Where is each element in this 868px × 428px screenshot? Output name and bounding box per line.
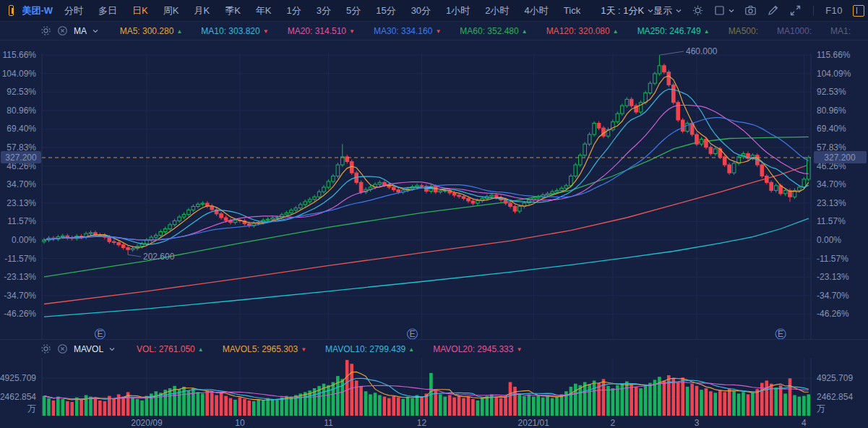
down-arrow-icon: ▼ [301,346,306,353]
volume-axis-label: 2462.854 [817,392,853,402]
timeframe-tab[interactable]: 15分 [376,4,395,17]
timeframe-tab[interactable]: 5分 [346,4,361,17]
volume-axis-label: 4925.709 [0,373,36,383]
y-axis-label: 34.70% [817,179,846,189]
stock-name[interactable]: 美团-W [22,4,53,17]
up-arrow-icon: ▲ [408,346,414,353]
up-arrow-icon: ▲ [198,346,204,353]
y-axis-label: 80.96% [7,106,36,116]
svg-text:E: E [778,329,783,339]
timeframe-tab[interactable]: 2小时 [485,4,509,17]
y-axis-label: 115.66% [817,50,851,60]
up-arrow-icon: ▲ [613,28,619,35]
indicator-close-icon[interactable] [57,25,68,36]
y-axis-label: 104.09% [2,69,37,79]
x-axis-date-label: 10 [235,418,245,428]
y-axis-label: 92.53% [817,87,846,97]
indicator-value-ma250[interactable]: MA250: 246.749▲ [637,26,710,36]
x-axis-date-label: 3 [695,418,700,428]
timeframe-tab[interactable]: 分时 [64,4,83,17]
indicator-value-ma1000[interactable]: MA1000: [777,26,812,36]
timeframe-tab[interactable]: 日K [132,4,148,17]
price-annotation: 460.000 [686,46,718,56]
price-annotation: 202.600 [143,252,175,262]
indicator-value-ma1[interactable]: MA1: [830,26,851,36]
y-axis-label: 0.00% [817,235,841,245]
chevron-down-icon [93,28,98,34]
timeframe-tab[interactable]: 1分 [286,4,301,17]
timeframe-tab[interactable]: 3分 [317,4,331,17]
fullscreen-icon[interactable] [789,4,802,17]
x-axis-date-label: 11 [324,418,333,428]
volume-axis-label: 2462.854 [0,392,36,402]
indicator-value-ma60[interactable]: MA60: 352.480▲ [460,26,527,36]
chart-style-selector[interactable] [714,5,734,16]
f10-button[interactable]: F10 [825,5,843,16]
indicator-value-ma10[interactable]: MA10: 303.820▼ [201,26,268,36]
y-axis-label: 34.70% [7,179,36,189]
y-axis-label: -11.57% [817,254,848,264]
y-axis-label: -34.70% [817,291,849,301]
indicator-value-mavol20[interactable]: MAVOL20: 2945.333▼ [433,344,522,354]
down-arrow-icon: ▼ [349,28,355,35]
camera-screenshot-icon[interactable] [744,4,757,17]
y-axis-label: 69.40% [7,124,36,134]
price-chart[interactable]: 115.66%115.66%104.09%104.09%92.53%92.53%… [0,40,868,428]
indicator-value-vol[interactable]: VOL: 2761.050▲ [137,344,204,354]
indicator-name[interactable]: MA [74,26,98,36]
y-axis-label: 69.40% [817,124,846,134]
y-axis-label: 104.09% [817,69,851,79]
volume-axis-unit: 万 [27,403,36,414]
indicator-value-mavol10[interactable]: MAVOL10: 2799.439▲ [325,344,414,354]
indicator-value-ma20[interactable]: MA20: 314.510▼ [288,26,355,36]
indicator-close-icon[interactable] [57,343,68,354]
chevron-down-icon [729,8,734,14]
timeframe-tab[interactable]: 30分 [411,4,431,17]
y-axis-label: 80.96% [817,106,846,116]
indicator-value-mavol5[interactable]: MAVOL5: 2965.303▼ [223,344,306,354]
indicator-value-ma120[interactable]: MA120: 320.080▲ [546,26,619,36]
indicator-settings-gear-icon[interactable] [40,25,51,36]
ma-line-ma10 [44,89,809,244]
toolbar-divider [813,6,814,16]
indicator-value-ma5[interactable]: MA5: 300.280▲ [120,26,183,36]
x-axis-date-label: 2020/09 [131,418,163,428]
indicator-value-ma30[interactable]: MA30: 334.160▼ [374,26,441,36]
indicator-value-ma500[interactable]: MA500: [729,26,758,36]
timeframe-tab[interactable]: 4小时 [525,4,549,17]
timeframe-tab[interactable]: 月K [194,4,210,17]
y-axis-label: 11.57% [7,216,36,226]
display-menu-button[interactable]: 显示 [653,4,682,17]
chevron-down-icon [648,8,653,14]
indicator-name[interactable]: MAVOL [74,344,115,354]
timeframe-tab[interactable]: 多日 [98,4,117,17]
panel-toggle-icon[interactable] [9,5,14,16]
timeframe-tab[interactable]: 季K [225,4,241,17]
up-arrow-icon: ▲ [704,28,710,35]
sidebar-toggle-icon[interactable] [853,5,864,17]
y-axis-label: -46.26% [817,309,849,319]
pencil-draw-icon[interactable] [767,4,779,17]
chevron-down-icon [109,346,115,352]
y-axis-label: -23.13% [4,272,36,282]
svg-text:E: E [409,329,415,339]
multi-period-label: 1天 : 1分K [601,4,644,17]
down-arrow-icon: ▼ [263,28,269,35]
down-arrow-icon: ▼ [435,28,441,35]
timeframe-tab[interactable]: Tick [564,5,580,16]
timeframe-tab[interactable]: 周K [163,4,179,17]
y-axis-label: -23.13% [817,272,849,282]
svg-text:E: E [97,329,103,339]
volume-axis-unit: 万 [817,403,825,414]
chevron-down-icon [676,8,682,14]
timeframe-tab[interactable]: 年K [256,4,272,17]
current-price-tag: 327.200 [5,153,37,163]
settings-gear-icon[interactable] [692,4,704,17]
y-axis-label: 57.83% [7,142,36,153]
multi-period-selector[interactable]: 1天 : 1分K [601,4,653,17]
trading-app-window: 美团-W 分时多日日K周K月K季K年K1分3分5分15分30分1小时2小时4小时… [0,0,868,428]
current-price-tag: 327.200 [824,153,856,163]
timeframe-tab[interactable]: 1小时 [446,4,470,17]
up-arrow-icon: ▲ [522,28,528,35]
indicator-settings-gear-icon[interactable] [40,343,51,354]
